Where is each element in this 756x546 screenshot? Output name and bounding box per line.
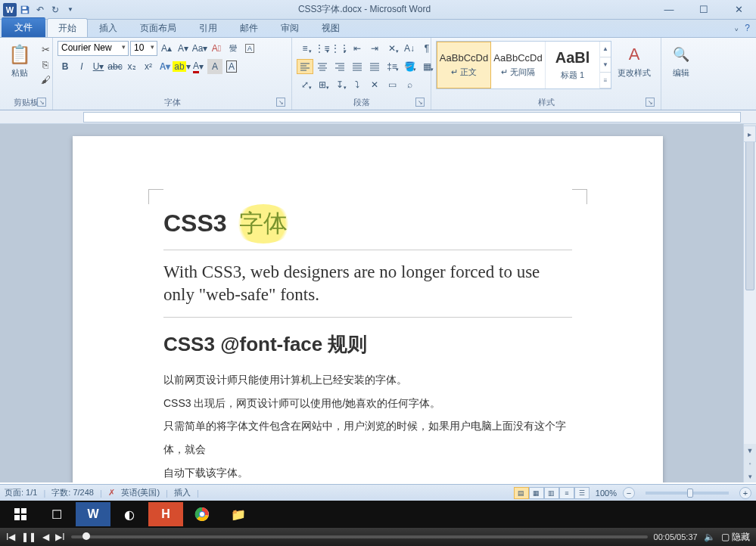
style-normal[interactable]: AaBbCcDd ↵ 正文 <box>437 42 491 88</box>
tab-home[interactable]: 开始 <box>47 18 88 37</box>
copy-icon[interactable]: ⎘ <box>38 57 53 71</box>
view-web[interactable]: ▥ <box>544 487 559 499</box>
align-right-icon[interactable] <box>331 59 348 74</box>
superscript-icon[interactable]: x² <box>141 59 156 74</box>
side-panel-tab[interactable]: ▸ <box>743 126 756 142</box>
bold-icon[interactable]: B <box>58 59 73 74</box>
para-btn2[interactable]: ⊞▾ <box>314 77 331 92</box>
font-size-combo[interactable]: 10 <box>130 41 157 56</box>
asian-layout-icon[interactable]: ✕▾ <box>384 41 400 56</box>
numbering-icon[interactable]: ⋮≡▾ <box>314 41 331 56</box>
clear-format-icon[interactable]: Aͯ <box>209 41 224 56</box>
media-hide-button[interactable]: ▢ 隐藏 <box>721 531 750 544</box>
status-mode[interactable]: 插入 <box>174 487 191 498</box>
font-launcher[interactable]: ↘ <box>276 98 285 107</box>
taskbar-app2-icon[interactable]: ◐ <box>112 502 147 526</box>
scroll-down-icon[interactable]: ▼ <box>744 444 756 457</box>
media-pause-icon[interactable]: ❚❚ <box>21 532 36 542</box>
tab-layout[interactable]: 页面布局 <box>129 18 188 37</box>
media-stop-icon[interactable]: ◀ <box>42 532 49 542</box>
page[interactable]: CSS3 字体 With CSS3, web designers are no … <box>73 136 663 482</box>
zoom-value[interactable]: 100% <box>596 489 617 498</box>
next-page-icon[interactable]: ▾ <box>744 470 756 482</box>
sort-icon[interactable]: A↓ <box>401 41 418 56</box>
style-scroll-more[interactable]: ≡ <box>600 73 611 88</box>
start-button[interactable] <box>3 502 38 526</box>
para-btn4[interactable]: ⤵ <box>349 77 366 92</box>
shading-icon[interactable]: 🪣▾ <box>401 59 418 74</box>
distributed-icon[interactable] <box>366 59 383 74</box>
redo-icon[interactable]: ↻ <box>48 3 62 17</box>
style-scroll-down[interactable]: ▼ <box>600 57 611 73</box>
tab-view[interactable]: 视图 <box>310 18 351 37</box>
format-painter-icon[interactable]: 🖌 <box>38 73 53 86</box>
zoom-out-button[interactable]: − <box>623 487 635 499</box>
para-btn1[interactable]: ⤢▾ <box>297 77 313 92</box>
line-spacing-icon[interactable]: ‡≡▾ <box>384 59 400 74</box>
view-print-layout[interactable]: ▤ <box>514 487 529 499</box>
align-center-icon[interactable] <box>314 59 331 74</box>
media-progress[interactable] <box>71 535 648 538</box>
font-name-combo[interactable]: Courier New <box>58 41 129 56</box>
tab-mailings[interactable]: 邮件 <box>229 18 269 37</box>
styles-launcher[interactable]: ↘ <box>646 98 655 107</box>
zoom-slider[interactable] <box>646 492 729 495</box>
phonetic-icon[interactable]: 變 <box>226 41 241 56</box>
char-border-icon[interactable]: A <box>224 59 239 74</box>
bullets-icon[interactable]: ≡▾ <box>297 41 313 56</box>
media-next-icon[interactable]: ▶I <box>55 532 64 542</box>
zoom-knob[interactable] <box>687 489 693 498</box>
style-heading1[interactable]: AaBl 标题 1 <box>546 42 600 88</box>
italic-icon[interactable]: I <box>74 59 89 74</box>
clipboard-launcher[interactable]: ↘ <box>37 98 46 107</box>
justify-icon[interactable] <box>349 59 366 74</box>
tab-file[interactable]: 文件 <box>2 17 45 37</box>
find-icon[interactable]: ⌕ <box>401 77 418 92</box>
shrink-font-icon[interactable]: A▾ <box>176 41 191 56</box>
taskbar-explorer-icon[interactable]: 📁 <box>221 502 256 526</box>
tab-references[interactable]: 引用 <box>188 18 229 37</box>
char-shading-icon[interactable]: A <box>207 59 222 74</box>
increase-indent-icon[interactable]: ⇥ <box>366 41 383 56</box>
tab-insert[interactable]: 插入 <box>88 18 129 37</box>
maximize-button[interactable]: ☐ <box>686 2 721 18</box>
media-prev-icon[interactable]: I◀ <box>6 532 15 542</box>
media-progress-knob[interactable] <box>82 532 90 540</box>
taskbar-hbuilder-icon[interactable]: H <box>148 502 183 526</box>
strikethrough-icon[interactable]: abc <box>107 59 123 74</box>
minimize-button[interactable]: — <box>652 2 686 18</box>
subscript-icon[interactable]: x₂ <box>124 59 139 74</box>
tab-review[interactable]: 审阅 <box>269 18 310 37</box>
status-language[interactable]: 英语(美国) <box>121 487 160 498</box>
para-btn3[interactable]: ↧▾ <box>331 77 348 92</box>
save-icon[interactable] <box>18 3 32 17</box>
decrease-indent-icon[interactable]: ⇤ <box>349 41 366 56</box>
view-outline[interactable]: ≡ <box>559 487 574 499</box>
cut-icon[interactable]: ✂ <box>38 42 53 56</box>
para-btn5[interactable]: ✕ <box>366 77 383 92</box>
change-case-icon[interactable]: Aa▾ <box>192 41 207 56</box>
paragraph-launcher[interactable]: ↘ <box>415 98 425 107</box>
change-styles-button[interactable]: A 更改样式 <box>614 41 654 95</box>
select-obj-icon[interactable]: ▭ <box>384 77 400 92</box>
font-color-icon[interactable]: A▾ <box>191 59 206 74</box>
media-volume-icon[interactable]: 🔈 <box>704 532 715 542</box>
paste-button[interactable]: 📋 粘贴 <box>5 41 35 79</box>
status-words[interactable]: 字数: 7/248 <box>51 487 94 498</box>
status-spellcheck-icon[interactable]: ✗ <box>108 488 115 498</box>
zoom-in-button[interactable]: + <box>739 487 751 499</box>
view-draft[interactable]: ☰ <box>574 487 590 499</box>
ruler-scale[interactable] <box>83 112 741 123</box>
multilevel-icon[interactable]: ⋮⋮▾ <box>331 41 348 56</box>
view-fullscreen[interactable]: ▦ <box>529 487 544 499</box>
status-page[interactable]: 页面: 1/1 <box>5 487 37 498</box>
word-app-icon[interactable]: W <box>3 3 17 17</box>
undo-icon[interactable]: ↶ <box>33 3 47 17</box>
scroll-thumb[interactable] <box>745 139 754 290</box>
prev-page-icon[interactable]: ◦ <box>744 457 756 470</box>
grow-font-icon[interactable]: A▴ <box>159 41 174 56</box>
minimize-ribbon-icon[interactable]: ᵥ <box>735 23 739 33</box>
qat-dropdown-icon[interactable]: ▼ <box>64 3 77 17</box>
underline-icon[interactable]: U▾ <box>91 59 106 74</box>
enclose-icon[interactable]: A <box>242 41 257 56</box>
